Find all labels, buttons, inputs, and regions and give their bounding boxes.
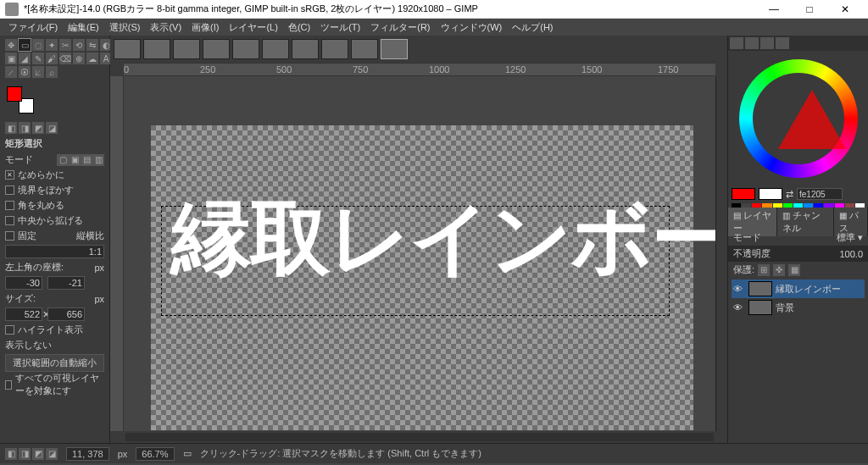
close-button[interactable]: ✕ [827, 0, 863, 19]
pos-y-input[interactable] [47, 276, 85, 290]
hex-input[interactable] [797, 188, 843, 200]
statusbar-icon[interactable]: ◪ [46, 448, 58, 460]
fg-color-swatch[interactable] [732, 188, 755, 200]
tool-picker[interactable]: ⦿ [19, 66, 31, 78]
menu-item[interactable]: フィルター(R) [365, 19, 435, 36]
tool-pencil[interactable]: ✎ [32, 53, 44, 64]
tool-clone[interactable]: ⊕ [73, 53, 85, 64]
tool-brush[interactable]: 🖌 [46, 53, 58, 64]
tool-flip[interactable]: ⇋ [86, 39, 98, 51]
device-status-tab[interactable]: ◨ [19, 122, 31, 134]
pos-x-input[interactable] [5, 276, 42, 290]
tool-eraser[interactable]: ⌫ [59, 53, 71, 64]
lock-pixels[interactable]: ⊞ [758, 264, 770, 276]
status-unit[interactable]: px [118, 449, 128, 459]
images-tab[interactable]: ◪ [46, 122, 58, 134]
mode-sub[interactable]: ▤ [81, 154, 92, 166]
image-tab[interactable] [321, 39, 348, 59]
zoom-level[interactable]: 66.7% [136, 447, 174, 461]
mode-replace[interactable]: ▢ [57, 154, 69, 166]
ratio-input[interactable] [5, 245, 104, 258]
mode-add[interactable]: ▣ [69, 154, 81, 166]
fixed-checkbox[interactable] [5, 231, 14, 241]
antialias-checkbox[interactable]: ✕ [5, 170, 14, 180]
layer-row[interactable]: 👁背景 [732, 298, 865, 317]
menu-item[interactable]: ファイル(F) [3, 19, 63, 36]
fonts-tab[interactable] [760, 37, 774, 49]
lock-position[interactable]: ✜ [773, 264, 785, 276]
channels-tab[interactable]: ▥ チャンネル [777, 208, 834, 236]
canvas-viewport[interactable]: 縁取レインボー [124, 76, 715, 431]
tool-rect-select[interactable]: ▭ [19, 39, 31, 51]
image-tab[interactable] [232, 39, 259, 59]
horizontal-scrollbar[interactable] [110, 431, 727, 443]
minimize-button[interactable]: — [756, 0, 792, 19]
visibility-icon[interactable]: 👁 [733, 302, 745, 313]
tool-move[interactable]: ✥ [5, 39, 17, 51]
tool-path[interactable]: ⟋ [5, 66, 17, 78]
vertical-scrollbar[interactable] [715, 76, 727, 431]
highlight-checkbox[interactable] [5, 325, 14, 335]
status-hint: クリック-ドラッグ: 選択マスクを移動します (Shift, Ctrl もできま… [200, 447, 481, 460]
vertical-ruler [110, 76, 124, 431]
layer-row[interactable]: 👁縁取レインボー [732, 280, 865, 298]
image-tab[interactable] [143, 39, 170, 59]
statusbar-icon[interactable]: ◩ [32, 448, 44, 460]
menu-item[interactable]: レイヤー(L) [224, 19, 282, 36]
statusbar-icon[interactable]: ◨ [19, 448, 31, 460]
bg-color-swatch[interactable] [759, 188, 782, 200]
visibility-icon[interactable]: 👁 [733, 284, 745, 294]
history-tab[interactable]: ◩ [32, 122, 44, 134]
layer-thumbnail [748, 300, 772, 315]
menu-item[interactable]: ツール(T) [315, 19, 365, 36]
tool-rotate[interactable]: ⟲ [73, 39, 85, 51]
right-dock-tabs-top [728, 36, 868, 51]
image-tab[interactable] [292, 39, 319, 59]
menu-item[interactable]: 表示(V) [145, 19, 186, 36]
mode-int[interactable]: ▥ [92, 154, 104, 166]
color-wheel[interactable] [728, 51, 868, 186]
layer-thumbnail [748, 281, 772, 296]
image-tabs [110, 36, 727, 63]
menu-item[interactable]: ヘルプ(H) [507, 19, 558, 36]
size-w-input[interactable] [5, 307, 42, 321]
image-tab[interactable] [173, 39, 200, 59]
lock-alpha[interactable]: ▦ [788, 264, 800, 276]
image-tab[interactable] [262, 39, 289, 59]
image-tab[interactable] [351, 39, 378, 59]
size-h-input[interactable] [47, 307, 85, 321]
tool-measure[interactable]: ⟀ [32, 66, 44, 78]
patterns-tab[interactable] [745, 37, 759, 49]
tool-free-select[interactable]: ◌ [32, 39, 44, 51]
tool-smudge[interactable]: ☁ [86, 53, 98, 64]
menu-item[interactable]: 選択(S) [104, 19, 146, 36]
history-tab[interactable] [776, 37, 789, 49]
swap-icon[interactable]: ⇄ [786, 189, 793, 200]
menu-item[interactable]: 画像(I) [186, 19, 224, 36]
menu-item[interactable]: 編集(E) [63, 19, 104, 36]
status-bar: ◧ ◨ ◩ ◪ 11, 378 px 66.7% ▭ クリック-ドラッグ: 選択… [0, 443, 868, 463]
autoshrink-button[interactable]: 選択範囲の自動縮小 [5, 354, 104, 372]
statusbar-icon[interactable]: ◧ [5, 448, 17, 460]
layer-name: 背景 [776, 302, 794, 314]
tool-crop[interactable]: ✂ [59, 39, 71, 51]
expand-checkbox[interactable] [5, 216, 14, 225]
image-tab[interactable] [203, 39, 230, 59]
tool-zoom[interactable]: ⌕ [46, 66, 58, 78]
fg-swatch[interactable] [7, 86, 22, 102]
menu-item[interactable]: 色(C) [283, 19, 315, 36]
round-checkbox[interactable] [5, 201, 14, 210]
tool-bucket[interactable]: ▣ [5, 53, 17, 64]
canvas[interactable]: 縁取レインボー [151, 125, 693, 430]
feather-checkbox[interactable] [5, 185, 14, 195]
tool-gradient[interactable]: ◢ [19, 53, 31, 64]
tool-options-tab[interactable]: ◧ [5, 122, 17, 134]
maximize-button[interactable]: □ [792, 0, 827, 19]
image-tab[interactable] [114, 39, 141, 59]
tool-fuzzy-select[interactable]: ✦ [46, 39, 58, 51]
menu-item[interactable]: ウィンドウ(W) [436, 19, 508, 36]
image-tab-active[interactable] [381, 39, 408, 59]
fg-bg-color[interactable] [7, 86, 34, 113]
brushes-tab[interactable] [730, 37, 743, 49]
alllayers-checkbox[interactable] [5, 380, 12, 390]
